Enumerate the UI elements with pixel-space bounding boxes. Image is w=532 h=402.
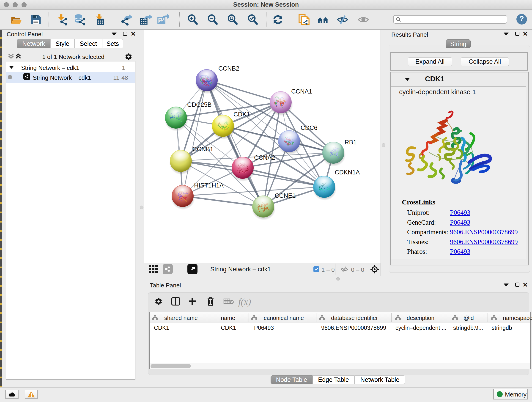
svg-text:CCNA2: CCNA2 (254, 154, 275, 161)
svg-text:RB1: RB1 (345, 139, 357, 146)
svg-text:CDK1: CDK1 (234, 111, 250, 118)
svg-text:CDKN1A: CDKN1A (335, 169, 360, 176)
svg-text:CDC25B: CDC25B (187, 101, 212, 108)
svg-text:CCNE1: CCNE1 (275, 192, 296, 199)
svg-text:HIST1H1A: HIST1H1A (194, 182, 224, 189)
svg-text:CCNB2: CCNB2 (218, 65, 239, 72)
svg-text:CCNA1: CCNA1 (291, 88, 312, 95)
svg-text:CCNB1: CCNB1 (192, 146, 214, 153)
svg-text:CDC6: CDC6 (301, 124, 317, 131)
